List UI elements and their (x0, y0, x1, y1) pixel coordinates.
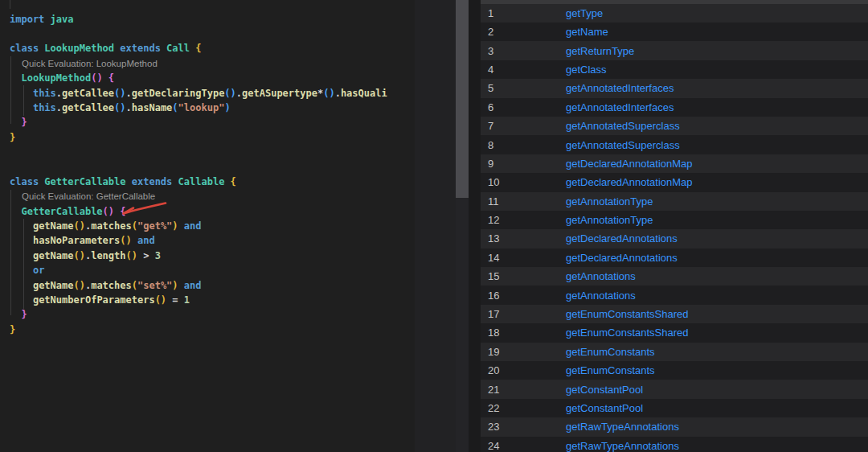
code-line[interactable]: this.getCallee().hasName("lookup") (0, 101, 415, 115)
code-area[interactable]: import javaclass LookupMethod extends Ca… (0, 12, 415, 338)
code-token: () (103, 206, 114, 217)
code-token: and (137, 235, 155, 246)
result-row[interactable]: 19getEnumConstants (481, 343, 868, 361)
result-row[interactable]: 21getConstantPool (481, 380, 868, 398)
result-method-link[interactable]: getDeclaredAnnotations (566, 252, 678, 264)
code-token (10, 280, 33, 291)
code-line[interactable]: getName().matches("set%") and (0, 278, 415, 293)
result-method-link[interactable]: getEnumConstants (566, 346, 655, 358)
result-row[interactable]: 4getClass (481, 60, 868, 79)
code-token: matches (91, 280, 132, 291)
editor-scrollbar-thumb[interactable] (456, 0, 469, 198)
result-method-link[interactable]: getConstantPool (566, 402, 643, 414)
result-row-number: 22 (481, 402, 566, 414)
code-token: "set%" (137, 280, 172, 291)
code-line[interactable]: this.getCallee().getDeclaringType().getA… (0, 86, 387, 101)
result-row[interactable]: 14getDeclaredAnnotations (481, 249, 868, 267)
code-line[interactable]: getNumberOfParameters() = 1 (0, 293, 415, 307)
code-token: LookupMethod (21, 72, 91, 84)
result-row[interactable]: 13getDeclaredAnnotations (481, 229, 868, 248)
code-line[interactable]: } (0, 307, 415, 322)
code-token: . (335, 88, 341, 99)
result-method-link[interactable]: getEnumConstantsShared (566, 327, 688, 339)
indent-guide (23, 219, 24, 309)
code-token: ( (132, 220, 137, 232)
result-method-link[interactable]: getAnnotations (566, 290, 636, 302)
result-method-link[interactable]: getType (566, 7, 603, 19)
code-line[interactable]: } (0, 115, 415, 129)
result-method-link[interactable]: getClass (566, 64, 607, 76)
result-row[interactable]: 10getDeclaredAnnotationMap (481, 173, 868, 191)
code-token: () (155, 294, 166, 306)
result-row[interactable]: 7getAnnotatedSuperclass (481, 117, 868, 135)
result-row[interactable]: 22getConstantPool (481, 399, 868, 417)
result-method-link[interactable]: getAnnotations (566, 270, 636, 282)
code-token: } (21, 117, 27, 128)
code-token (172, 176, 178, 187)
code-line[interactable]: class LookupMethod extends Call { (0, 41, 415, 55)
result-method-link[interactable]: getName (566, 26, 608, 38)
code-token: extends (120, 43, 161, 54)
result-method-link[interactable]: getDeclaredAnnotationMap (566, 176, 693, 188)
result-row[interactable]: 9getDeclaredAnnotationMap (481, 154, 868, 173)
code-token: () (224, 88, 235, 99)
code-line[interactable]: } (0, 130, 415, 145)
code-token: { (108, 72, 114, 84)
result-method-link[interactable]: getAnnotationType (566, 195, 653, 208)
codelens-quick-evaluation-link[interactable]: Quick Evaluation: LookupMethod (0, 56, 415, 71)
result-method-link[interactable]: getRawTypeAnnotations (566, 440, 679, 452)
code-line[interactable]: getName().matches("get%") and (0, 219, 415, 233)
code-token: getName (33, 250, 74, 261)
result-method-link[interactable]: getDeclaredAnnotations (566, 232, 678, 244)
result-row[interactable]: 23getRawTypeAnnotations (481, 417, 868, 436)
code-token: hasQualifie (341, 88, 387, 99)
code-token: hasName (132, 102, 173, 113)
result-method-link[interactable]: getAnnotatedSuperclass (566, 120, 680, 132)
result-method-link[interactable]: getConstantPool (566, 384, 643, 396)
result-row[interactable]: 6getAnnotatedInterfaces (481, 98, 868, 117)
result-method-link[interactable]: getEnumConstants (566, 364, 655, 376)
code-token: GetterCallable (21, 206, 102, 217)
result-method-link[interactable]: getAnnotatedInterfaces (566, 101, 674, 113)
result-row[interactable]: 15getAnnotations (481, 267, 868, 286)
result-row[interactable]: 24getRawTypeAnnotations (481, 437, 868, 452)
result-method-link[interactable]: getRawTypeAnnotations (566, 421, 679, 433)
code-line[interactable]: LookupMethod() { (0, 71, 415, 85)
code-token (224, 176, 230, 187)
result-method-link[interactable]: getEnumConstantsShared (566, 308, 688, 320)
result-row[interactable]: 11getAnnotationType (481, 192, 868, 211)
editor-scrollbar-track[interactable] (456, 0, 469, 452)
code-line[interactable]: hasNoParameters() and (0, 233, 415, 248)
result-row[interactable]: 2getName (481, 23, 868, 41)
code-line[interactable]: getName().length() > 3 (0, 249, 415, 263)
result-row[interactable]: 3getReturnType (481, 41, 868, 60)
result-method-link[interactable]: getReturnType (566, 45, 634, 57)
result-method-link[interactable]: getAnnotationType (566, 214, 653, 226)
code-token: import (10, 14, 44, 25)
result-row[interactable]: 12getAnnotationType (481, 211, 868, 229)
result-row[interactable]: 5getAnnotatedInterfaces (481, 79, 868, 97)
code-token: () (73, 250, 84, 261)
code-line[interactable]: GetterCallable() { (0, 204, 415, 219)
result-row[interactable]: 17getEnumConstantsShared (481, 305, 868, 323)
result-method-link[interactable]: getAnnotatedSuperclass (566, 139, 680, 151)
result-row-number: 10 (481, 176, 566, 188)
result-row[interactable]: 1getType (481, 4, 868, 23)
code-line[interactable]: class GetterCallable extends Callable { (0, 175, 415, 189)
codelens-quick-evaluation-link[interactable]: Quick Evaluation: GetterCallable (0, 189, 415, 203)
code-token (10, 294, 33, 306)
result-method-link[interactable]: getDeclaredAnnotationMap (566, 158, 693, 170)
code-token: ( (172, 102, 178, 113)
result-row-number: 12 (481, 214, 566, 226)
code-line[interactable]: } (0, 323, 415, 337)
result-row[interactable]: 8getAnnotatedSuperclass (481, 135, 868, 154)
result-method-link[interactable]: getAnnotatedInterfaces (566, 82, 674, 94)
result-row[interactable]: 16getAnnotations (481, 286, 868, 304)
code-line[interactable]: import java (0, 12, 415, 27)
result-row[interactable]: 18getEnumConstantsShared (481, 323, 868, 342)
code-line[interactable]: or (0, 263, 415, 277)
result-row[interactable]: 20getEnumConstants (481, 361, 868, 380)
code-token: () (126, 250, 137, 261)
code-token (10, 88, 33, 99)
code-editor-pane[interactable]: import javaclass LookupMethod extends Ca… (0, 0, 415, 452)
